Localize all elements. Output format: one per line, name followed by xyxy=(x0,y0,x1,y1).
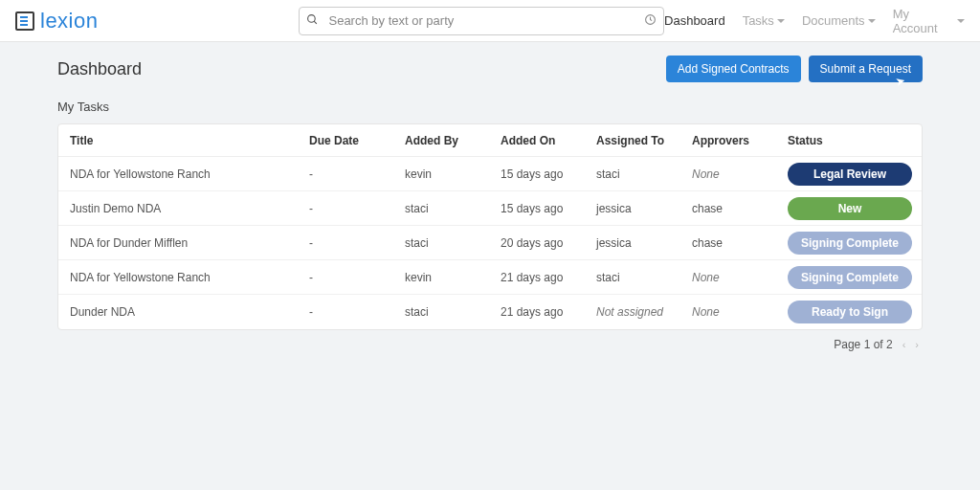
chevron-down-icon xyxy=(777,19,785,23)
search-icon xyxy=(306,13,319,29)
table-row[interactable]: NDA for Dunder Mifflen-staci20 days agoj… xyxy=(58,226,922,260)
cell-due-date: - xyxy=(309,202,405,215)
col-title[interactable]: Title xyxy=(70,134,309,147)
cell-due-date: - xyxy=(309,271,405,284)
cell-status: Signing Complete xyxy=(788,232,912,255)
cell-due-date: - xyxy=(309,167,405,181)
col-approvers[interactable]: Approvers xyxy=(692,134,788,147)
chevron-down-icon xyxy=(957,19,965,23)
page-title: Dashboard xyxy=(57,59,142,79)
cell-added-on: 21 days ago xyxy=(501,305,596,319)
cell-title: NDA for Yellowstone Ranch xyxy=(70,167,309,181)
cell-assigned-to: jessica xyxy=(596,202,692,215)
add-signed-contracts-button[interactable]: Add Signed Contracts xyxy=(666,56,801,82)
cell-added-by: kevin xyxy=(405,167,501,181)
cell-added-by: staci xyxy=(405,202,501,215)
cell-assigned-to: jessica xyxy=(596,236,692,250)
submit-request-label: Submit a Request xyxy=(820,62,911,76)
cell-status: New xyxy=(788,197,912,220)
chevron-down-icon xyxy=(868,19,876,23)
cell-approvers: chase xyxy=(692,202,788,215)
cell-due-date: - xyxy=(309,236,405,250)
status-badge[interactable]: Legal Review xyxy=(788,163,912,186)
table-row[interactable]: Justin Demo NDA-staci15 days agojessicac… xyxy=(58,191,922,226)
main-content: Dashboard Add Signed Contracts Submit a … xyxy=(0,42,980,351)
cell-assigned-to: Not assigned xyxy=(596,305,692,319)
tasks-table: Title Due Date Added By Added On Assigne… xyxy=(57,123,923,330)
top-header: lexion Dashboard Tasks Documents My Acco… xyxy=(0,0,980,42)
cell-added-by: kevin xyxy=(405,271,501,284)
table-body: NDA for Yellowstone Ranch-kevin15 days a… xyxy=(58,157,922,329)
nav-tasks[interactable]: Tasks xyxy=(743,7,785,35)
status-badge[interactable]: Ready to Sign xyxy=(788,301,912,323)
cell-assigned-to: staci xyxy=(596,271,692,284)
cell-added-by: staci xyxy=(405,236,501,250)
cell-added-on: 15 days ago xyxy=(501,202,596,215)
brand-name: lexion xyxy=(40,9,98,33)
cell-title: Dunder NDA xyxy=(70,305,309,319)
section-title: My Tasks xyxy=(57,100,923,114)
col-due-date[interactable]: Due Date xyxy=(309,134,405,147)
cell-added-on: 20 days ago xyxy=(501,236,596,250)
table-row[interactable]: NDA for Yellowstone Ranch-kevin15 days a… xyxy=(58,157,922,191)
pagination-prev[interactable]: ‹ xyxy=(902,339,906,350)
cell-assigned-to: staci xyxy=(596,167,692,181)
cell-added-on: 15 days ago xyxy=(501,167,596,181)
cell-status: Ready to Sign xyxy=(788,301,912,323)
nav-tasks-label: Tasks xyxy=(743,13,774,28)
search-wrap xyxy=(299,7,664,35)
brand-logo[interactable]: lexion xyxy=(15,9,98,33)
col-status[interactable]: Status xyxy=(788,134,910,147)
cell-approvers: None xyxy=(692,305,788,319)
pagination-next[interactable]: › xyxy=(915,339,919,350)
table-row[interactable]: NDA for Yellowstone Ranch-kevin21 days a… xyxy=(58,260,922,295)
top-nav: Dashboard Tasks Documents My Account xyxy=(664,7,965,35)
cell-title: Justin Demo NDA xyxy=(70,202,309,215)
cell-approvers: None xyxy=(692,167,788,181)
status-badge[interactable]: Signing Complete xyxy=(788,266,912,289)
svg-point-0 xyxy=(308,14,316,22)
action-buttons: Add Signed Contracts Submit a Request ➤ xyxy=(666,56,923,82)
table-row[interactable]: Dunder NDA-staci21 days agoNot assignedN… xyxy=(58,295,922,329)
title-row: Dashboard Add Signed Contracts Submit a … xyxy=(57,56,923,82)
cell-title: NDA for Dunder Mifflen xyxy=(70,236,309,250)
cell-added-on: 21 days ago xyxy=(501,271,596,284)
cell-due-date: - xyxy=(309,305,405,319)
submit-request-button[interactable]: Submit a Request ➤ xyxy=(809,56,923,82)
table-header: Title Due Date Added By Added On Assigne… xyxy=(58,124,922,157)
nav-account[interactable]: My Account xyxy=(893,7,965,35)
search-input[interactable] xyxy=(299,7,664,35)
nav-account-label: My Account xyxy=(893,7,954,35)
pagination: Page 1 of 2 ‹ › xyxy=(57,330,923,351)
svg-line-1 xyxy=(315,21,318,24)
nav-dashboard[interactable]: Dashboard xyxy=(664,7,725,35)
cell-approvers: chase xyxy=(692,236,788,250)
nav-documents-label: Documents xyxy=(802,13,865,28)
cell-status: Legal Review xyxy=(788,163,912,186)
cell-status: Signing Complete xyxy=(788,266,912,289)
pagination-text: Page 1 of 2 xyxy=(834,338,892,351)
col-assigned-to[interactable]: Assigned To xyxy=(596,134,692,147)
status-badge[interactable]: Signing Complete xyxy=(788,232,912,255)
cell-approvers: None xyxy=(692,271,788,284)
logo-icon xyxy=(15,11,34,31)
status-badge[interactable]: New xyxy=(788,197,912,220)
cell-title: NDA for Yellowstone Ranch xyxy=(70,271,309,284)
nav-documents[interactable]: Documents xyxy=(802,7,876,35)
cell-added-by: staci xyxy=(405,305,501,319)
cursor-icon: ➤ xyxy=(894,74,906,89)
col-added-by[interactable]: Added By xyxy=(405,134,501,147)
col-added-on[interactable]: Added On xyxy=(501,134,596,147)
clock-icon[interactable] xyxy=(644,13,657,29)
